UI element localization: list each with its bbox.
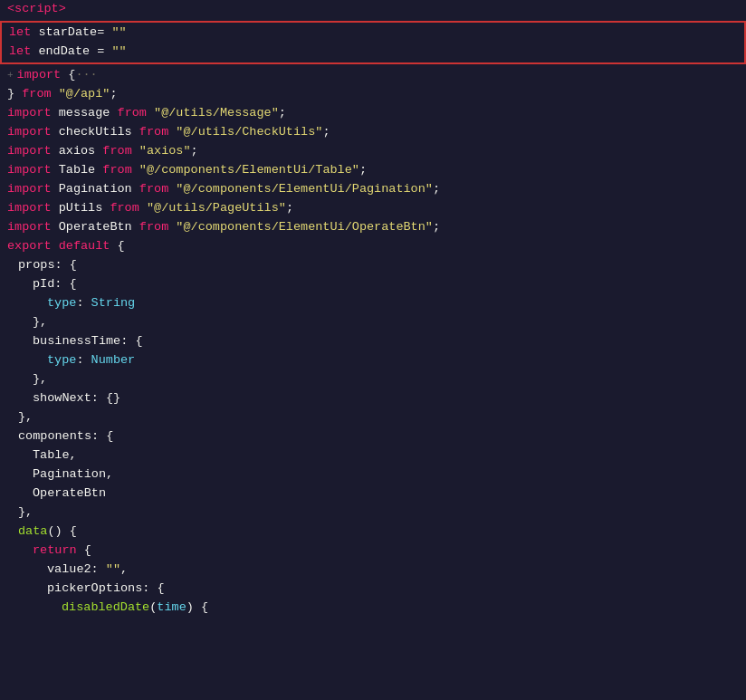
tag-open: <script> [7, 0, 66, 19]
line-7: import checkUtils from "@/utils/CheckUti… [0, 123, 746, 142]
line-2: let starDate = "" [2, 24, 744, 43]
line-8: import axios from "axios" ; [0, 142, 746, 161]
line-31: pickerOptions: { [0, 580, 746, 599]
line-10: import Pagination from "@/components/Ele… [0, 180, 746, 199]
line-32: disabledDate ( time ) { [0, 599, 746, 618]
line-15: pId: { [0, 275, 746, 294]
line-9: import Table from "@/components/ElementU… [0, 161, 746, 180]
line-23: components: { [0, 427, 746, 446]
code-editor: <script> let starDate = "" let endDate =… [0, 0, 746, 700]
line-30: value2: "" , [0, 561, 746, 580]
line-12: import OperateBtn from "@/components/Ele… [0, 218, 746, 237]
line-27: }, [0, 503, 746, 523]
line-20: }, [0, 370, 746, 389]
line-17: }, [0, 313, 746, 332]
line-14: props: { [0, 256, 746, 275]
line-18: businessTime: { [0, 332, 746, 351]
line-4: + import { ··· [0, 66, 746, 85]
highlight-block: let starDate = "" let endDate = "" [0, 21, 746, 64]
line-16: type : String [0, 294, 746, 313]
line-22: }, [0, 408, 746, 427]
line-3: let endDate = "" [2, 43, 744, 62]
line-13: export default { [0, 237, 746, 256]
collapse-icon[interactable]: + [7, 68, 14, 83]
line-19: type : Number [0, 351, 746, 370]
line-5: } from "@/api" ; [0, 85, 746, 104]
line-11: import pUtils from "@/utils/PageUtils" ; [0, 199, 746, 218]
line-25: Pagination, [0, 465, 746, 484]
line-6: import message from "@/utils/Message" ; [0, 104, 746, 123]
line-1: <script> [0, 0, 746, 19]
line-24: Table, [0, 446, 746, 465]
line-26: OperateBtn [0, 484, 746, 503]
line-29: return { [0, 542, 746, 561]
line-21: showNext: {} [0, 389, 746, 408]
line-28: data () { [0, 523, 746, 542]
